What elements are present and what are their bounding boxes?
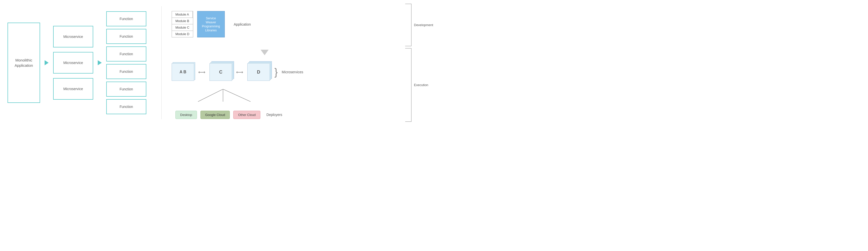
deployers-label: Deployers — [266, 113, 282, 117]
double-arrow-right: ⟷ — [236, 69, 243, 75]
dev-section: Module A Module B Module C Module D — [172, 4, 403, 45]
down-arrow — [260, 50, 269, 55]
application-label: Application — [234, 22, 251, 26]
d-card: D — [247, 63, 270, 81]
lines-area — [187, 89, 267, 103]
exec-section: A B ⟷ C ⟷ — [172, 47, 403, 122]
ab-card-front: A B — [172, 63, 194, 81]
function-box-1: Function — [106, 11, 146, 26]
monolith-box: Monolithic Application — [7, 23, 40, 103]
arrow-2 — [98, 60, 102, 65]
microservice-label-3: Microservice — [63, 87, 83, 91]
c-card-front: C — [210, 63, 232, 81]
table-row-c: Module C — [172, 24, 193, 31]
deployer-desktop: Desktop — [176, 111, 197, 119]
function-box-2: Function — [106, 29, 146, 44]
function-box-4: Function — [106, 64, 146, 79]
section-divider — [161, 6, 162, 119]
bracket-labels: Development Execution — [413, 4, 432, 122]
down-arrow-wrapper — [127, 50, 403, 55]
functions-col: Function Function Function Function Func… — [106, 11, 146, 114]
sw-label: Service Weaver Programming Libraries — [202, 16, 220, 33]
ab-card: A B — [172, 63, 194, 81]
double-arrow-left: ⟷ — [198, 69, 206, 75]
microservice-label-1: Microservice — [63, 35, 83, 39]
development-label: Development — [414, 23, 433, 27]
main-container: Monolithic Application Microservice Micr… — [0, 0, 434, 125]
microservice-box-3: Microservice — [53, 78, 93, 100]
dev-row: Module A Module B Module C Module D — [172, 11, 403, 37]
module-c-cell: Module C — [172, 24, 193, 31]
monolith-label: Monolithic Application — [14, 57, 33, 68]
function-label-1: Function — [120, 17, 133, 21]
execution-label: Execution — [414, 83, 428, 87]
table-row-a: Module A — [172, 11, 193, 18]
table-row-d: Module D — [172, 31, 193, 37]
microservice-box-1: Microservice — [53, 26, 93, 48]
sw-label-box: Service Weaver Programming Libraries — [197, 11, 225, 37]
svg-line-0 — [198, 89, 223, 102]
deployer-other: Other Cloud — [233, 111, 260, 119]
d-card-front: D — [247, 63, 270, 81]
ab-label: A B — [180, 70, 186, 74]
curly-brace: } — [274, 67, 278, 77]
right-center: Module A Module B Module C Module D — [172, 4, 403, 122]
function-label-6: Function — [120, 105, 133, 109]
microservice-label-2: Microservice — [63, 61, 83, 65]
microservice-box-2: Microservice — [53, 52, 93, 74]
function-label-2: Function — [120, 34, 133, 38]
bracket-execution — [405, 48, 411, 122]
right-brackets — [405, 4, 411, 122]
function-box-6: Function — [106, 99, 146, 114]
deployers-row: Desktop Google Cloud Other Cloud Deploye… — [176, 111, 403, 119]
function-box-5: Function — [106, 82, 146, 96]
microservices-col: Microservice Microservice Microservice — [53, 26, 93, 100]
connector-lines-svg — [187, 89, 267, 102]
module-a-cell: Module A — [172, 11, 193, 18]
c-card: C — [210, 63, 232, 81]
d-label: D — [257, 69, 260, 75]
svg-line-2 — [223, 89, 251, 102]
app-table: Module A Module B Module C Module D — [172, 11, 193, 37]
ms-exec-row: A B ⟷ C ⟷ — [172, 63, 403, 81]
c-label: C — [219, 69, 222, 75]
left-diagram: Monolithic Application Microservice Micr… — [0, 6, 154, 119]
sw-wrapper: Service Weaver Programming Libraries — [197, 11, 225, 37]
function-label-5: Function — [120, 87, 133, 91]
module-d-cell: Module D — [172, 31, 193, 37]
deployer-google: Google Cloud — [200, 111, 230, 119]
right-diagram: Module A Module B Module C Module D — [169, 0, 434, 125]
table-row-b: Module B — [172, 18, 193, 24]
function-label-4: Function — [120, 69, 133, 74]
bracket-exec-label-wrapper: Execution — [413, 48, 432, 122]
module-b-cell: Module B — [172, 18, 193, 24]
arrow-1 — [44, 60, 49, 65]
microservices-exec-label: Microservices — [282, 70, 303, 74]
bracket-dev-label-wrapper: Development — [413, 4, 432, 46]
bracket-development — [405, 4, 411, 46]
